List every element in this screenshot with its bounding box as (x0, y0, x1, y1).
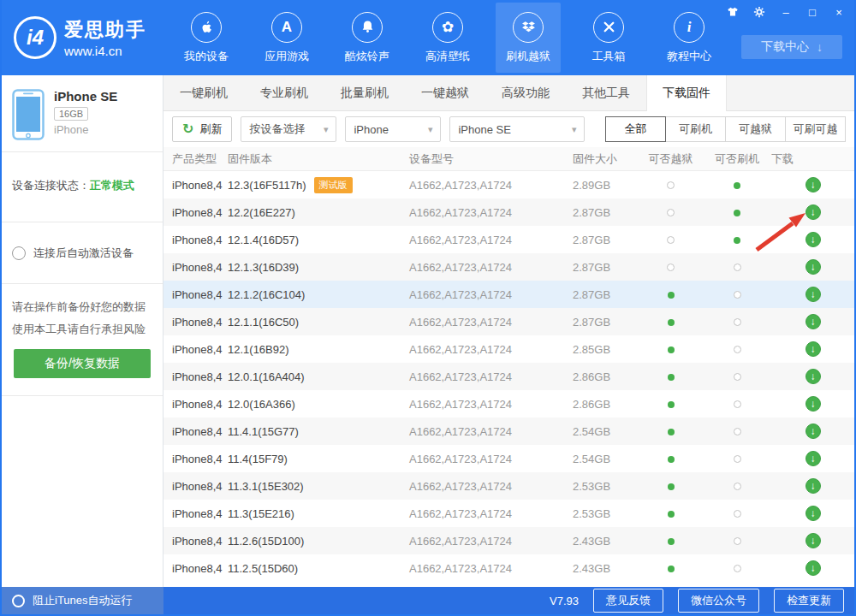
download-button[interactable]: ↓ (805, 232, 821, 247)
jailbreak-dot-icon (668, 511, 675, 518)
flashable-dot-icon (734, 264, 741, 271)
tab-1[interactable]: 专业刷机 (244, 75, 324, 110)
cell-flashable (703, 206, 771, 219)
cell-version: 12.1.2(16C104) (228, 288, 409, 301)
device-model-dropdown[interactable]: iPhone SE ▾ (449, 116, 585, 142)
tab-6[interactable]: 下载固件 (646, 75, 727, 111)
download-button[interactable]: ↓ (805, 259, 821, 275)
nav-item-4[interactable]: 刷机越狱 (496, 3, 561, 73)
app-url: www.i4.cn (64, 44, 146, 58)
cell-size: 2.86GB (573, 398, 639, 411)
backup-restore-button[interactable]: 备份/恢复数据 (14, 349, 151, 378)
tab-3[interactable]: 一键越狱 (405, 75, 485, 110)
table-row[interactable]: iPhone8,4 12.1(16B92) A1662,A1723,A1724 … (163, 335, 854, 363)
refresh-icon: ↻ (182, 122, 193, 136)
feedback-button[interactable]: 意见反馈 (593, 589, 663, 613)
download-button[interactable]: ↓ (805, 533, 821, 548)
download-button[interactable]: ↓ (805, 369, 821, 384)
table-row[interactable]: iPhone8,4 11.3(15E216) A1662,A1723,A1724… (163, 500, 854, 527)
cell-jailbreak (639, 453, 703, 465)
segment-filter-button[interactable]: 可越狱 (725, 116, 786, 142)
box-icon (513, 12, 544, 43)
download-button[interactable]: ↓ (805, 177, 821, 192)
tab-0[interactable]: 一键刷机 (163, 75, 244, 110)
tab-5[interactable]: 其他工具 (566, 75, 646, 110)
download-button[interactable]: ↓ (805, 478, 821, 494)
tab-2[interactable]: 批量刷机 (324, 75, 405, 110)
nav-item-5[interactable]: 工具箱 (576, 3, 641, 73)
table-row[interactable]: iPhone8,4 12.1.4(16D57) A1662,A1723,A172… (163, 226, 854, 253)
check-update-button[interactable]: 检查更新 (774, 589, 844, 613)
table-row[interactable]: iPhone8,4 12.3(16F5117h) 测试版 A1662,A1723… (163, 171, 854, 198)
download-button[interactable]: ↓ (805, 424, 821, 439)
nav-item-6[interactable]: i 教程中心 (657, 3, 722, 73)
close-icon[interactable]: × (832, 6, 846, 20)
table-row[interactable]: iPhone8,4 12.1.1(16C50) A1662,A1723,A172… (163, 308, 854, 335)
table-row[interactable]: iPhone8,4 11.3.1(15E302) A1662,A1723,A17… (163, 472, 854, 500)
cell-flashable (703, 343, 771, 356)
settings-gear-icon[interactable] (752, 6, 766, 20)
cell-version: 12.0(16A366) (228, 398, 409, 411)
table-row[interactable]: iPhone8,4 12.1.3(16D39) A1662,A1723,A172… (163, 253, 854, 281)
cell-size: 2.43GB (573, 562, 639, 575)
sidebar: iPhone SE 16GB iPhone 设备连接状态：正常模式 连接后自动激… (2, 75, 163, 587)
col-model: 设备型号 (409, 151, 573, 167)
theme-icon[interactable] (726, 6, 740, 20)
download-center-button[interactable]: 下载中心 ↓ (741, 35, 842, 59)
download-button[interactable]: ↓ (805, 560, 821, 576)
bell-icon (352, 12, 383, 43)
jailbreak-dot-icon (667, 209, 675, 216)
segment-filter-button[interactable]: 全部 (605, 116, 666, 142)
nav-item-2[interactable]: 酷炫铃声 (335, 3, 400, 73)
cell-product: iPhone8,4 (163, 398, 228, 411)
table-row[interactable]: iPhone8,4 12.2(16E227) A1662,A1723,A1724… (163, 198, 854, 226)
table-row[interactable]: iPhone8,4 12.0.1(16A404) A1662,A1723,A17… (163, 363, 854, 390)
download-button[interactable]: ↓ (805, 341, 821, 357)
cell-version: 11.3.1(15E302) (228, 480, 409, 493)
radio-icon[interactable] (12, 246, 26, 260)
cell-product: iPhone8,4 (163, 507, 228, 520)
col-version: 固件版本 (228, 151, 409, 167)
download-button[interactable]: ↓ (805, 204, 821, 220)
cell-model: A1662,A1723,A1724 (409, 179, 573, 192)
segment-filter-button[interactable]: 可刷可越 (785, 116, 846, 142)
minimize-icon[interactable]: – (779, 6, 793, 20)
nav-item-1[interactable]: A 应用游戏 (254, 3, 319, 73)
block-itunes-toggle[interactable]: 阻止iTunes自动运行 (2, 587, 163, 614)
download-button[interactable]: ↓ (805, 314, 821, 329)
download-button[interactable]: ↓ (805, 287, 821, 302)
download-button[interactable]: ↓ (805, 506, 821, 521)
auto-activate-toggle[interactable]: 连接后自动激活设备 (2, 222, 163, 284)
nav-item-3[interactable]: ✿ 高清壁纸 (415, 3, 480, 73)
table-row[interactable]: iPhone8,4 12.0(16A366) A1662,A1723,A1724… (163, 390, 854, 418)
wechat-account-button[interactable]: 微信公众号 (678, 589, 759, 613)
download-button[interactable]: ↓ (805, 396, 821, 412)
radio-icon[interactable] (12, 595, 25, 607)
nav-item-label: 应用游戏 (265, 49, 309, 64)
cell-product: iPhone8,4 (163, 453, 228, 465)
cell-product: iPhone8,4 (163, 261, 228, 274)
flashable-dot-icon (734, 373, 741, 381)
device-select-dropdown[interactable]: 按设备选择 ▾ (241, 116, 336, 142)
content-area: 一键刷机专业刷机批量刷机一键越狱高级功能其他工具下载固件 ↻ 刷新 按设备选择 … (163, 75, 854, 587)
tab-4[interactable]: 高级功能 (485, 75, 566, 110)
download-center-label: 下载中心 (761, 39, 809, 55)
segment-filter-button[interactable]: 可刷机 (665, 116, 726, 142)
table-row[interactable]: iPhone8,4 11.4(15F79) A1662,A1723,A1724 … (163, 445, 854, 472)
refresh-button[interactable]: ↻ 刷新 (172, 116, 232, 142)
table-row[interactable]: iPhone8,4 11.2.5(15D60) A1662,A1723,A172… (163, 554, 854, 582)
download-button[interactable]: ↓ (805, 451, 821, 466)
apple-icon (191, 12, 222, 43)
filter-bar: ↻ 刷新 按设备选择 ▾ iPhone ▾ iPhone SE ▾ 全部可刷机可… (163, 111, 854, 147)
cell-jailbreak (639, 535, 703, 548)
flashable-dot-icon (734, 455, 741, 463)
maximize-icon[interactable]: □ (805, 6, 819, 20)
device-family-dropdown[interactable]: iPhone ▾ (345, 116, 441, 142)
nav-item-0[interactable]: 我的设备 (174, 3, 239, 73)
table-row[interactable]: iPhone8,4 12.1.2(16C104) A1662,A1723,A17… (163, 281, 854, 308)
cell-download: ↓ (771, 314, 854, 329)
table-row[interactable]: iPhone8,4 11.2.6(15D100) A1662,A1723,A17… (163, 527, 854, 554)
table-row[interactable]: iPhone8,4 11.4.1(15G77) A1662,A1723,A172… (163, 418, 854, 445)
cell-model: A1662,A1723,A1724 (409, 206, 573, 219)
jailbreak-dot-icon (668, 483, 675, 490)
